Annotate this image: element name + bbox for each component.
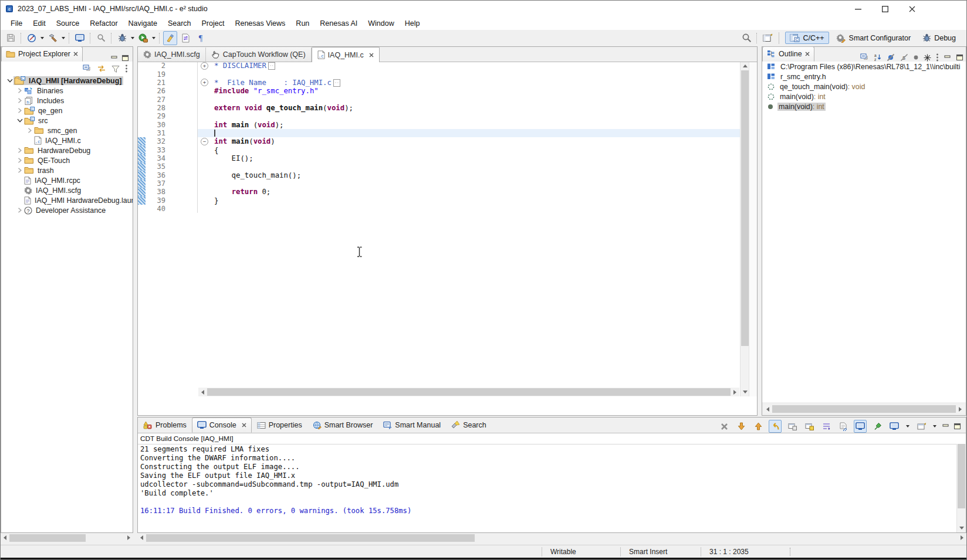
tree-item-iaq-hmi-scfg[interactable]: IAQ_HMI.scfg — [1, 185, 133, 195]
hide-non-public-button[interactable] — [913, 55, 919, 60]
display-selected-console-button-dropdown[interactable] — [905, 420, 911, 433]
code-line-36[interactable]: 36 qe_touch_main(); — [138, 171, 741, 179]
code-line-38[interactable]: 38 return 0; — [138, 188, 741, 196]
expand-arrow-icon[interactable] — [16, 108, 23, 113]
console-tab-console[interactable]: Console — [192, 418, 252, 433]
tree-item-src[interactable]: Csrc — [1, 116, 133, 125]
expand-arrow-icon[interactable] — [16, 88, 23, 93]
maximize-view-button[interactable] — [954, 423, 961, 430]
menu-item-refactor[interactable]: Refactor — [84, 18, 123, 29]
close-icon[interactable] — [369, 53, 374, 57]
expand-arrow-icon[interactable] — [16, 168, 23, 173]
editor-tab-iaq-hmi-c[interactable]: .cIAQ_HMI.c — [312, 47, 380, 62]
menu-item-source[interactable]: Source — [51, 18, 85, 29]
tree-item-iaq-hmi-rcpc[interactable]: IAQ_HMI.rcpc — [1, 175, 133, 185]
editor-tab-captouch-workflow-qe[interactable]: CapTouch Workflow (QE) — [206, 47, 312, 62]
perspective-smart-configurator[interactable]: Smart Configurator — [831, 32, 916, 45]
group-members-button[interactable] — [924, 54, 931, 62]
menu-item-help[interactable]: Help — [400, 18, 425, 29]
minimize-button[interactable] — [844, 1, 871, 17]
debug-button[interactable] — [115, 31, 129, 45]
tab-outline[interactable]: Outline — [762, 46, 814, 62]
clear-console-button[interactable] — [837, 420, 850, 433]
editor-horizontal-scrollbar[interactable] — [198, 388, 739, 396]
close-icon[interactable] — [242, 423, 246, 427]
code-line-30[interactable]: 30int main (void); — [138, 120, 741, 128]
sort-button[interactable]: az — [874, 53, 882, 62]
close-icon[interactable] — [73, 52, 78, 56]
perspective-debug[interactable]: Debug — [918, 32, 961, 44]
open-perspective-button[interactable] — [760, 31, 775, 45]
outline-item-r-smc-entry-h[interactable]: r_smc_entry.h — [762, 72, 966, 82]
hide-macros-button[interactable] — [887, 53, 895, 62]
expand-arrow-icon[interactable] — [16, 98, 23, 103]
run-button[interactable] — [136, 31, 150, 45]
scrollbar-thumb[interactable] — [958, 444, 965, 508]
code-line-28[interactable]: 28extern void qe_touch_main(void); — [138, 104, 741, 112]
mark-occurrences-button[interactable] — [163, 31, 177, 45]
tree-item-iaq-hmi-hardwaredebug-launch[interactable]: IAQ_HMI HardwareDebug.launch — [1, 195, 133, 205]
code-line-39[interactable]: 39} — [138, 196, 741, 205]
editor-tab-iaq-hmi-scfg[interactable]: IAQ_HMI.scfg — [138, 47, 206, 62]
expand-arrow-icon[interactable] — [26, 128, 33, 133]
scroll-lock-button[interactable] — [854, 420, 867, 433]
tree-item-developer-assistance[interactable]: ?Developer Assistance — [1, 205, 133, 215]
collapse-all-button[interactable] — [860, 53, 869, 62]
view-menu-button[interactable] — [936, 53, 939, 62]
console-tab-search[interactable]: Search — [446, 418, 492, 433]
maximize-view-button[interactable] — [121, 55, 129, 62]
code-line-33[interactable]: 33{ — [138, 145, 741, 154]
code-editor[interactable]: 2+* DISCLAIMER··1921+* File Name : IAQ_H… — [138, 62, 741, 388]
pin-console-button[interactable] — [871, 420, 884, 433]
collapse-all-button[interactable] — [83, 65, 92, 73]
tree-item-binaries[interactable]: 10Binaries — [1, 86, 133, 96]
view-menu-button[interactable] — [125, 65, 128, 73]
collapsed-region-icon[interactable]: ·· — [333, 79, 340, 87]
scrollbar-thumb[interactable] — [741, 70, 749, 346]
code-line-26[interactable]: 26#include "r_smc_entry.h" — [138, 87, 741, 95]
console-tab-smart-manual[interactable]: Smart Manual — [378, 418, 446, 433]
lock-window-button[interactable] — [803, 420, 816, 433]
menu-item-navigate[interactable]: Navigate — [123, 18, 163, 29]
menu-item-file[interactable]: File — [5, 18, 28, 29]
collapse-arrow-icon[interactable] — [16, 118, 23, 123]
minimize-view-button[interactable] — [944, 55, 951, 61]
minimize-view-button[interactable] — [110, 55, 118, 62]
console-vertical-scrollbar[interactable] — [956, 444, 966, 532]
close-button[interactable] — [898, 1, 925, 17]
menu-item-edit[interactable]: Edit — [28, 18, 51, 29]
menu-item-search[interactable]: Search — [163, 18, 197, 29]
filter-button[interactable] — [111, 65, 120, 73]
outline-item-main-void[interactable]: main(void) : int — [762, 91, 966, 101]
menu-item-project[interactable]: Project — [197, 18, 230, 29]
close-icon[interactable] — [805, 52, 810, 56]
scrollbar-thumb[interactable] — [9, 534, 86, 542]
tree-item-smc-gen[interactable]: smc_gen — [1, 125, 133, 135]
debug-dropdown[interactable] — [130, 32, 136, 45]
tree-item-qe-touch[interactable]: QE-Touch — [1, 155, 133, 165]
menu-item-renesas-views[interactable]: Renesas Views — [229, 18, 290, 29]
code-line-2[interactable]: 2+* DISCLAIMER·· — [138, 62, 741, 70]
code-line-27[interactable]: 27 — [138, 95, 741, 103]
console-tab-properties[interactable]: Properties — [252, 418, 307, 433]
tab-project-explorer[interactable]: Project Explorer — [1, 46, 83, 62]
previous-error-button[interactable] — [752, 420, 765, 433]
minimize-view-button[interactable] — [942, 423, 949, 430]
run-dropdown[interactable] — [151, 32, 157, 45]
code-line-32[interactable]: 32−int main(void) — [138, 137, 741, 145]
display-selected-console-button[interactable] — [888, 420, 901, 433]
menu-item-renesas-ai[interactable]: Renesas AI — [315, 18, 363, 29]
open-window-button[interactable] — [786, 420, 799, 433]
search-icon[interactable] — [739, 31, 753, 45]
code-line-31[interactable]: 31 — [138, 129, 741, 137]
link-with-editor-button[interactable] — [97, 65, 106, 73]
code-generator-dropdown[interactable] — [39, 32, 45, 45]
next-error-button[interactable] — [735, 420, 748, 433]
outline-item-c-program-files-x86-renesas-rl78-1-12-1-[interactable]: C:\Program Files (x86)\Renesas\RL78\1_12… — [762, 62, 966, 72]
collapse-arrow-icon[interactable] — [6, 78, 13, 83]
maximize-view-button[interactable] — [956, 54, 963, 61]
tree-item-includes[interactable]: hIncludes — [1, 96, 133, 106]
code-line-29[interactable]: 29 — [138, 112, 741, 120]
fold-expand-icon[interactable]: + — [201, 79, 208, 86]
tree-item-hardwaredebug[interactable]: HardwareDebug — [1, 145, 133, 155]
